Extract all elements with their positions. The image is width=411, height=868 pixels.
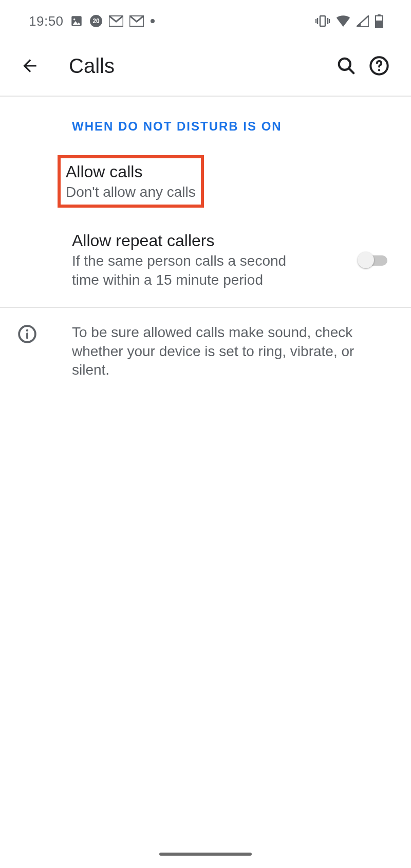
arrow-back-icon — [20, 56, 40, 76]
info-icon — [17, 324, 38, 379]
mail-icon — [109, 15, 123, 27]
svg-rect-17 — [376, 21, 383, 28]
badge-icon: 20 — [89, 14, 103, 28]
app-bar: Calls — [0, 33, 411, 97]
svg-rect-24 — [26, 333, 28, 339]
repeat-callers-toggle[interactable] — [358, 251, 390, 269]
dot-icon — [150, 19, 155, 24]
battery-icon — [375, 14, 383, 28]
highlight-box: Allow calls Don't allow any calls — [58, 155, 204, 208]
search-button[interactable] — [332, 51, 361, 80]
info-note-text: To be sure allowed calls make sound, che… — [72, 323, 380, 379]
signal-icon — [357, 15, 369, 27]
clock: 19:50 — [29, 13, 64, 29]
content: WHEN DO NOT DISTURB IS ON Allow calls Do… — [0, 97, 411, 395]
svg-line-19 — [349, 68, 353, 73]
vibrate-icon — [315, 15, 330, 27]
search-icon — [337, 56, 356, 76]
help-icon — [369, 56, 389, 76]
repeat-callers-sub: If the same person calls a second time w… — [72, 252, 288, 289]
toggle-thumb — [358, 252, 374, 268]
page-title: Calls — [69, 54, 328, 78]
nav-handle[interactable] — [159, 853, 252, 856]
setting-allow-calls[interactable]: Allow calls Don't allow any calls — [0, 134, 411, 208]
setting-repeat-callers[interactable]: Allow repeat callers If the same person … — [0, 208, 411, 305]
section-header: WHEN DO NOT DISTURB IS ON — [0, 119, 411, 134]
svg-point-7 — [151, 19, 155, 23]
svg-rect-8 — [320, 16, 325, 26]
repeat-callers-text: Allow repeat callers If the same person … — [72, 230, 347, 289]
svg-point-1 — [73, 19, 75, 20]
back-button[interactable] — [17, 53, 42, 78]
svg-marker-13 — [357, 15, 369, 27]
image-icon — [70, 14, 83, 28]
allow-calls-sub: Don't allow any calls — [66, 183, 196, 201]
mail-icon — [129, 15, 144, 27]
svg-point-21 — [378, 69, 380, 71]
status-left: 19:50 20 — [29, 13, 155, 29]
svg-text:20: 20 — [92, 17, 100, 25]
repeat-callers-title: Allow repeat callers — [72, 230, 347, 251]
allow-calls-title: Allow calls — [66, 161, 196, 182]
svg-point-23 — [26, 329, 28, 331]
status-bar: 19:50 20 — [0, 0, 411, 33]
wifi-icon — [336, 15, 350, 27]
help-button[interactable] — [365, 51, 394, 80]
info-note: To be sure allowed calls make sound, che… — [0, 308, 411, 395]
status-right — [315, 14, 383, 28]
